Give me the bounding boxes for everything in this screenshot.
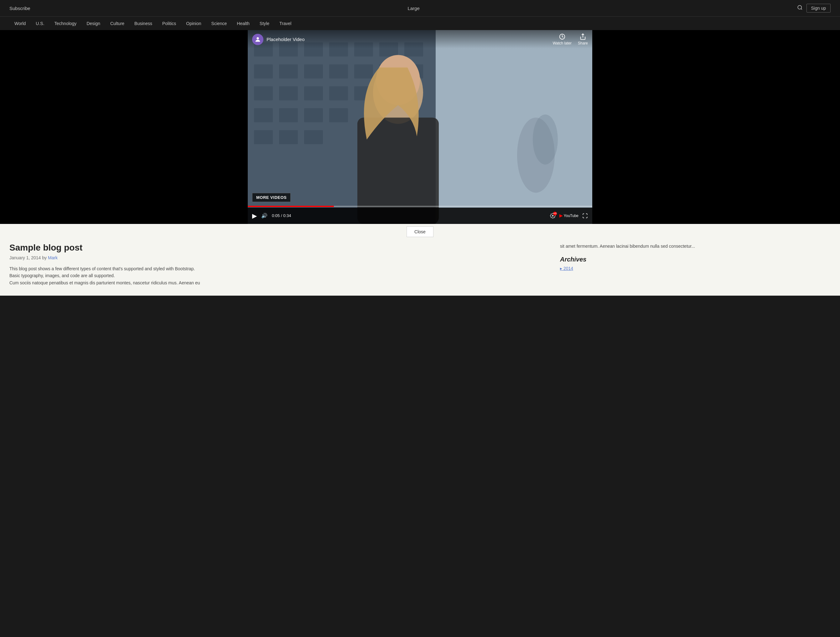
nav-item-design[interactable]: Design bbox=[81, 17, 105, 30]
svg-rect-29 bbox=[254, 130, 273, 144]
close-button[interactable]: Close bbox=[407, 226, 433, 237]
video-progress-fill bbox=[248, 206, 334, 207]
nav-bar: World U.S. Technology Design Culture Bus… bbox=[0, 16, 840, 30]
blog-excerpt-2: Basic typography, images, and code are a… bbox=[9, 272, 551, 279]
svg-rect-30 bbox=[279, 130, 298, 144]
nav-item-opinion[interactable]: Opinion bbox=[181, 17, 206, 30]
svg-rect-18 bbox=[254, 86, 273, 100]
nav-item-technology[interactable]: Technology bbox=[49, 17, 82, 30]
svg-rect-13 bbox=[304, 64, 323, 78]
nav-item-us[interactable]: U.S. bbox=[31, 17, 49, 30]
volume-button[interactable]: 🔊 bbox=[261, 213, 267, 219]
fullscreen-button[interactable] bbox=[582, 213, 588, 219]
play-button[interactable]: ▶ bbox=[252, 212, 257, 219]
nav-item-culture[interactable]: Culture bbox=[105, 17, 129, 30]
video-channel-info: Placeholder Video bbox=[252, 34, 305, 45]
svg-line-1 bbox=[801, 8, 802, 9]
bottom-left-controls: ▶ 🔊 0:05 / 0:34 bbox=[252, 212, 291, 219]
svg-rect-27 bbox=[304, 108, 323, 122]
svg-point-0 bbox=[798, 5, 802, 9]
svg-rect-14 bbox=[329, 64, 348, 78]
channel-name: Placeholder Video bbox=[267, 37, 305, 42]
archives-title: Archives bbox=[560, 256, 831, 263]
bottom-right-controls: HD ▶ YouTube bbox=[550, 213, 588, 219]
video-top-right-actions: Watch later Share bbox=[553, 33, 588, 46]
channel-avatar bbox=[252, 34, 264, 45]
size-selector[interactable]: Large bbox=[407, 6, 419, 11]
youtube-logo[interactable]: ▶ YouTube bbox=[559, 213, 578, 218]
svg-rect-15 bbox=[354, 64, 373, 78]
svg-rect-20 bbox=[304, 86, 323, 100]
video-thumbnail[interactable] bbox=[248, 30, 592, 224]
close-button-container: Close bbox=[407, 226, 433, 237]
video-player: Placeholder Video Watch later Share MORE… bbox=[248, 30, 592, 224]
nav-item-politics[interactable]: Politics bbox=[157, 17, 181, 30]
svg-rect-26 bbox=[279, 108, 298, 122]
blog-date-author: January 1, 2014 by bbox=[9, 255, 47, 260]
svg-rect-11 bbox=[254, 64, 273, 78]
watch-later-button[interactable]: Watch later bbox=[553, 33, 572, 46]
more-videos-button[interactable]: MORE VIDEOS bbox=[252, 193, 291, 202]
video-overlay-wrapper: Placeholder Video Watch later Share MORE… bbox=[0, 30, 840, 224]
blog-excerpt-1: This blog post shows a few different typ… bbox=[9, 265, 551, 272]
blog-post-title: Sample blog post bbox=[9, 243, 551, 253]
time-display: 0:05 / 0:34 bbox=[272, 213, 291, 218]
signup-button[interactable]: Sign up bbox=[807, 4, 831, 13]
svg-rect-28 bbox=[329, 108, 348, 122]
top-bar-right: Sign up bbox=[797, 4, 831, 13]
nav-item-style[interactable]: Style bbox=[255, 17, 274, 30]
subscribe-link[interactable]: Subscribe bbox=[9, 6, 30, 11]
nav-item-health[interactable]: Health bbox=[232, 17, 254, 30]
settings-badge: HD bbox=[553, 212, 557, 216]
youtube-icon: ▶ bbox=[559, 213, 562, 218]
youtube-label: YouTube bbox=[564, 214, 578, 218]
archives-link[interactable]: ▸ 2014 bbox=[560, 266, 573, 271]
share-button[interactable]: Share bbox=[578, 33, 588, 46]
settings-icon-badge: HD bbox=[550, 213, 556, 219]
svg-point-34 bbox=[533, 114, 558, 164]
blog-author-link[interactable]: Mark bbox=[48, 255, 58, 260]
svg-rect-32 bbox=[436, 30, 592, 224]
sidebar-text: sit amet fermentum. Aenean lacinai biben… bbox=[560, 243, 831, 250]
content-sidebar: sit amet fermentum. Aenean lacinai biben… bbox=[560, 243, 831, 286]
content-main: Sample blog post January 1, 2014 by Mark… bbox=[9, 243, 551, 286]
watch-later-label: Watch later bbox=[553, 41, 572, 46]
video-top-controls: Placeholder Video Watch later Share bbox=[248, 30, 592, 49]
video-progress-bar[interactable] bbox=[248, 206, 592, 207]
blog-excerpt-3: Cum sociis natoque penatibus et magnis d… bbox=[9, 279, 551, 286]
top-bar: Subscribe Large Sign up bbox=[0, 0, 840, 16]
video-bottom-controls: ▶ 🔊 0:05 / 0:34 HD bbox=[248, 208, 592, 224]
svg-rect-31 bbox=[304, 130, 323, 144]
search-icon-button[interactable] bbox=[797, 5, 803, 12]
nav-item-business[interactable]: Business bbox=[129, 17, 157, 30]
svg-rect-19 bbox=[279, 86, 298, 100]
blog-post-meta: January 1, 2014 by Mark bbox=[9, 255, 551, 260]
svg-rect-12 bbox=[279, 64, 298, 78]
svg-rect-21 bbox=[329, 86, 348, 100]
nav-item-travel[interactable]: Travel bbox=[274, 17, 296, 30]
svg-point-38 bbox=[256, 37, 259, 39]
nav-item-science[interactable]: Science bbox=[207, 17, 232, 30]
nav-item-world[interactable]: World bbox=[9, 17, 31, 30]
svg-rect-25 bbox=[254, 108, 273, 122]
share-label: Share bbox=[578, 41, 588, 46]
